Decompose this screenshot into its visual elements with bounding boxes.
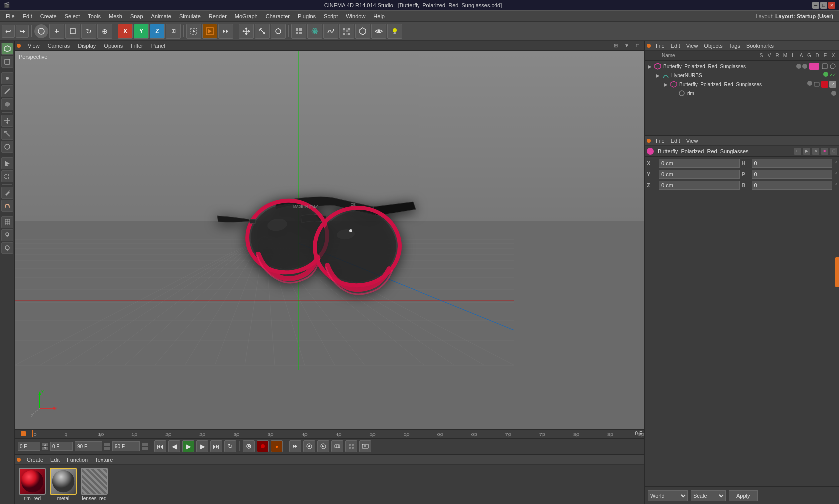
viewport-menu-cameras[interactable]: Cameras bbox=[45, 43, 73, 49]
lt-select-rect[interactable] bbox=[1, 170, 13, 182]
lt-texture-mode[interactable] bbox=[1, 56, 13, 68]
auto-key[interactable] bbox=[257, 440, 269, 452]
panel-collapse-strip[interactable] bbox=[835, 257, 839, 287]
toolbar-rotate-tool[interactable] bbox=[271, 24, 286, 39]
om-file[interactable]: File bbox=[653, 42, 668, 50]
menu-animate[interactable]: Animate bbox=[147, 12, 175, 20]
close-button[interactable]: ✕ bbox=[828, 2, 835, 9]
lt-point-mode[interactable] bbox=[1, 72, 13, 84]
menu-edit[interactable]: Edit bbox=[19, 12, 36, 20]
menu-render[interactable]: Render bbox=[205, 12, 231, 20]
record-active[interactable]: ● bbox=[271, 440, 283, 452]
playback-last-frame[interactable]: ⏭ bbox=[210, 440, 222, 452]
fps-down[interactable] bbox=[104, 447, 110, 450]
toolbar-3d-view[interactable] bbox=[355, 24, 370, 39]
material-item-metal[interactable]: metal bbox=[50, 468, 77, 501]
toolbar-render-all[interactable] bbox=[218, 24, 233, 39]
fps-end-down[interactable] bbox=[142, 447, 148, 450]
menu-simulate[interactable]: Simulate bbox=[175, 12, 205, 20]
om-tags[interactable]: Tags bbox=[726, 42, 743, 50]
attr-icon-2[interactable]: ▶ bbox=[803, 148, 810, 155]
viewport-menu-filter[interactable]: Filter bbox=[128, 43, 146, 49]
playback-loop[interactable]: ↻ bbox=[224, 440, 236, 452]
motion-key[interactable] bbox=[303, 440, 315, 452]
mm-texture[interactable]: Texture bbox=[92, 456, 116, 464]
toolbar-y-axis[interactable]: Y bbox=[134, 24, 149, 39]
material-thumb-lenses-red[interactable] bbox=[81, 468, 108, 495]
toolbar-curve[interactable] bbox=[323, 24, 338, 39]
lt-rotate[interactable] bbox=[1, 141, 13, 153]
obj-row-rim[interactable]: ▶ rim bbox=[646, 89, 838, 98]
maximize-button[interactable]: □ bbox=[820, 2, 827, 9]
menu-mesh[interactable]: Mesh bbox=[105, 12, 126, 20]
toolbar-mode-object[interactable] bbox=[34, 24, 48, 38]
timeline-mode[interactable] bbox=[331, 440, 343, 452]
lt-knife[interactable] bbox=[1, 187, 13, 199]
playback-play[interactable]: ▶ bbox=[182, 440, 194, 452]
om-bookmarks[interactable]: Bookmarks bbox=[743, 42, 777, 50]
mm-create[interactable]: Create bbox=[24, 456, 46, 464]
lt-brush[interactable] bbox=[1, 229, 13, 241]
toolbar-rotate[interactable]: ↻ bbox=[81, 24, 96, 39]
toolbar-new-object[interactable]: + bbox=[49, 24, 64, 39]
menu-mograph[interactable]: MoGraph bbox=[231, 12, 262, 20]
vp-btn-settings[interactable]: ▼ bbox=[622, 42, 631, 50]
mm-function[interactable]: Function bbox=[64, 456, 91, 464]
lt-model-mode[interactable] bbox=[1, 43, 13, 55]
om-edit[interactable]: Edit bbox=[668, 42, 683, 50]
attr-icon-1[interactable]: □ bbox=[794, 148, 801, 155]
attr-input-b-rot[interactable] bbox=[752, 181, 833, 190]
obj-row-hypernurbs[interactable]: ▶ HyperNURBS bbox=[646, 71, 838, 80]
timeline-preview[interactable] bbox=[359, 440, 371, 452]
apply-button[interactable]: Apply bbox=[729, 490, 758, 501]
frame-up[interactable]: ▲ bbox=[42, 443, 48, 446]
toolbar-cube[interactable] bbox=[65, 24, 80, 39]
toolbar-redo[interactable]: ↪ bbox=[16, 25, 29, 38]
lt-edge-mode[interactable] bbox=[1, 85, 13, 97]
attr-icon-4[interactable]: ⊞ bbox=[830, 148, 837, 155]
toolbar-light-bulb[interactable] bbox=[387, 24, 402, 39]
toolbar-undo[interactable]: ↩ bbox=[2, 25, 15, 38]
toolbar-move[interactable] bbox=[239, 24, 254, 39]
menu-window[interactable]: Window bbox=[342, 12, 369, 20]
toolbar-grid[interactable] bbox=[291, 24, 306, 39]
fps-up[interactable] bbox=[104, 443, 110, 446]
fps-end-up[interactable] bbox=[142, 443, 148, 446]
toolbar-add-tag[interactable]: ⊕ bbox=[97, 24, 112, 39]
am-file[interactable]: File bbox=[653, 137, 668, 145]
lt-select-live[interactable] bbox=[1, 157, 13, 169]
menu-script[interactable]: Script bbox=[320, 12, 342, 20]
toolbar-z-axis[interactable]: Z bbox=[150, 24, 165, 39]
record-key[interactable] bbox=[243, 440, 255, 452]
motion-clip[interactable] bbox=[317, 440, 329, 452]
material-item-lenses-red[interactable]: lenses_red bbox=[81, 468, 108, 501]
menu-file[interactable]: File bbox=[2, 12, 19, 20]
lt-scale[interactable] bbox=[1, 128, 13, 140]
material-item-rim-red[interactable]: rim_red bbox=[19, 468, 46, 501]
frame-value-input[interactable] bbox=[50, 442, 73, 451]
toolbar-eye[interactable] bbox=[371, 24, 386, 39]
viewport-menu-panel[interactable]: Panel bbox=[148, 43, 168, 49]
om-objects[interactable]: Objects bbox=[701, 42, 725, 50]
current-frame-input[interactable]: 0 F bbox=[18, 442, 40, 451]
menu-snap[interactable]: Snap bbox=[126, 12, 147, 20]
obj-expand-1[interactable]: ▶ bbox=[648, 64, 652, 69]
attr-icon-3[interactable]: ✕ bbox=[812, 148, 819, 155]
obj-row-butterfly-root[interactable]: ▶ Butterfly_Polarized_Red_Sunglasses bbox=[646, 62, 838, 71]
attr-input-x-pos[interactable] bbox=[659, 159, 740, 168]
vp-btn-layout[interactable]: ⊞ bbox=[611, 42, 620, 50]
toolbar-render[interactable] bbox=[202, 24, 217, 39]
frame-down[interactable]: ▼ bbox=[42, 447, 48, 450]
toolbar-render-region[interactable] bbox=[186, 24, 201, 39]
menu-tools[interactable]: Tools bbox=[84, 12, 105, 20]
obj-expand-3[interactable]: ▶ bbox=[664, 82, 668, 87]
material-thumb-metal[interactable] bbox=[50, 468, 77, 495]
toolbar-scale[interactable] bbox=[255, 24, 270, 39]
viewport-menu-display[interactable]: Display bbox=[75, 43, 99, 49]
viewport-menu-view[interactable]: View bbox=[25, 43, 43, 49]
menu-select[interactable]: Select bbox=[61, 12, 84, 20]
menu-character[interactable]: Character bbox=[262, 12, 294, 20]
3d-viewport[interactable]: Perspective bbox=[15, 51, 644, 429]
minimize-button[interactable]: ─ bbox=[812, 2, 819, 9]
toolbar-all-axes[interactable]: ⊞ bbox=[166, 24, 181, 39]
